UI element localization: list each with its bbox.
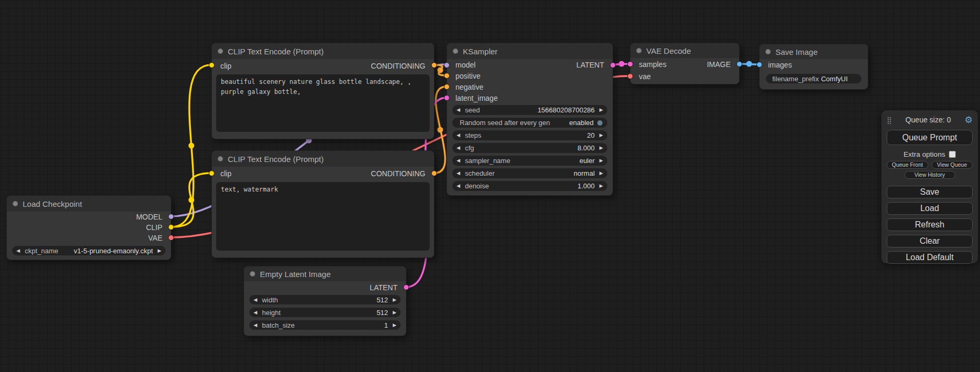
node-save-image[interactable]: Save Image images filename_prefix ComfyU… <box>759 44 868 90</box>
node-title-bar[interactable]: Load Checkpoint <box>7 196 171 212</box>
increment-arrow-icon[interactable]: ▶ <box>599 146 603 150</box>
input-port-model[interactable] <box>444 62 450 68</box>
output-port-image[interactable] <box>736 61 742 67</box>
node-title-bar[interactable]: Empty Latent Image <box>244 266 406 281</box>
increment-arrow-icon[interactable]: ▶ <box>599 171 603 176</box>
decrement-arrow-icon[interactable]: ◀ <box>457 108 460 112</box>
prompt-textarea[interactable]: beautiful scenery nature glass bottle la… <box>216 74 430 132</box>
input-port-positive[interactable] <box>444 73 450 79</box>
node-clip-text-encode-positive[interactable]: CLIP Text Encode (Prompt) clip CONDITION… <box>211 43 434 139</box>
node-title-bar[interactable]: Save Image <box>760 44 868 59</box>
input-port-negative[interactable] <box>444 84 450 90</box>
output-port-clip[interactable] <box>168 224 174 230</box>
output-port-model[interactable] <box>168 214 174 220</box>
widget-label: width <box>262 296 278 304</box>
input-port-vae[interactable] <box>627 73 633 79</box>
input-port-samples[interactable] <box>627 61 633 67</box>
settings-gear-icon[interactable]: ⚙ <box>965 116 973 125</box>
collapse-toggle-icon[interactable] <box>453 49 458 54</box>
input-slot-clip: clip <box>220 169 231 178</box>
decrement-arrow-icon[interactable]: ◀ <box>16 249 20 253</box>
node-title-bar[interactable]: KSampler <box>447 43 613 59</box>
output-port-latent[interactable] <box>610 62 616 68</box>
decrement-arrow-icon[interactable]: ◀ <box>457 158 460 163</box>
collapse-toggle-icon[interactable] <box>250 271 255 276</box>
increment-arrow-icon[interactable]: ▶ <box>393 310 396 315</box>
widget-sampler-name[interactable]: ◀ sampler_name euler ▶ <box>452 156 607 166</box>
increment-arrow-icon[interactable]: ▶ <box>599 184 603 188</box>
load-button[interactable]: Load <box>887 202 973 215</box>
decrement-arrow-icon[interactable]: ◀ <box>457 184 460 188</box>
decrement-arrow-icon[interactable]: ◀ <box>254 323 257 328</box>
widget-width[interactable]: ◀ width 512 ▶ <box>249 295 401 304</box>
graph-canvas[interactable]: Load Checkpoint MODEL CLIP VAE ◀ ckpt_na… <box>0 0 980 372</box>
decrement-arrow-icon[interactable]: ◀ <box>457 146 460 150</box>
widget-batch-size[interactable]: ◀ batch_size 1 ▶ <box>249 320 401 330</box>
widget-height[interactable]: ◀ height 512 ▶ <box>249 308 401 317</box>
output-slot-clip: CLIP <box>146 223 162 232</box>
decrement-arrow-icon[interactable]: ◀ <box>254 298 257 302</box>
output-slot-latent: LATENT <box>370 283 397 292</box>
clear-button[interactable]: Clear <box>887 235 973 247</box>
node-title-bar[interactable]: VAE Decode <box>630 43 739 58</box>
decrement-arrow-icon[interactable]: ◀ <box>457 133 460 138</box>
widget-filename-prefix[interactable]: filename_prefix ComfyUI <box>766 74 861 83</box>
widget-scheduler[interactable]: ◀ scheduler normal ▶ <box>452 168 607 178</box>
widget-denoise[interactable]: ◀ denoise 1.000 ▶ <box>452 181 607 191</box>
decrement-arrow-icon[interactable]: ◀ <box>457 171 460 176</box>
widget-label: filename_prefix <box>772 75 819 83</box>
output-port-latent[interactable] <box>403 284 409 290</box>
output-port-conditioning[interactable] <box>431 170 437 176</box>
random-seed-toggle[interactable] <box>597 120 603 126</box>
collapse-toggle-icon[interactable] <box>636 48 642 53</box>
widget-ckpt-name[interactable]: ◀ ckpt_name v1-5-pruned-emaonly.ckpt ▶ <box>12 246 166 255</box>
input-port-clip[interactable] <box>209 170 215 176</box>
widget-value: 512 <box>280 309 388 317</box>
node-title: Empty Latent Image <box>260 270 331 279</box>
output-port-conditioning[interactable] <box>431 62 437 68</box>
refresh-button[interactable]: Refresh <box>887 218 973 231</box>
node-title-bar[interactable]: CLIP Text Encode (Prompt) <box>212 151 434 167</box>
queue-prompt-button[interactable]: Queue Prompt <box>887 130 973 145</box>
collapse-toggle-icon[interactable] <box>13 201 18 206</box>
increment-arrow-icon[interactable]: ▶ <box>393 298 396 302</box>
increment-arrow-icon[interactable]: ▶ <box>393 323 396 328</box>
decrement-arrow-icon[interactable]: ◀ <box>254 310 257 315</box>
panel-drag-handle-icon[interactable]: ⣿ <box>887 116 892 124</box>
increment-arrow-icon[interactable]: ▶ <box>599 158 603 163</box>
wire-image-midpoint <box>746 61 752 67</box>
node-title: CLIP Text Encode (Prompt) <box>228 155 324 164</box>
widget-seed[interactable]: ◀ seed 156680208700286 ▶ <box>452 105 607 115</box>
output-port-vae[interactable] <box>168 235 174 241</box>
load-default-button[interactable]: Load Default <box>887 251 973 264</box>
increment-arrow-icon[interactable]: ▶ <box>599 133 603 138</box>
input-port-latent-image[interactable] <box>444 95 450 101</box>
node-load-checkpoint[interactable]: Load Checkpoint MODEL CLIP VAE ◀ ckpt_na… <box>6 195 171 260</box>
wire-latent-midpoint <box>619 61 625 67</box>
prompt-textarea[interactable]: text, watermark <box>216 182 430 251</box>
increment-arrow-icon[interactable]: ▶ <box>599 108 603 112</box>
collapse-toggle-icon[interactable] <box>218 156 223 161</box>
save-button[interactable]: Save <box>887 186 973 198</box>
queue-front-button[interactable]: Queue Front <box>887 161 928 169</box>
node-clip-text-encode-negative[interactable]: CLIP Text Encode (Prompt) clip CONDITION… <box>211 150 434 258</box>
node-title: Save Image <box>775 47 818 56</box>
collapse-toggle-icon[interactable] <box>218 49 223 54</box>
view-history-button[interactable]: View History <box>905 171 955 179</box>
collapse-toggle-icon[interactable] <box>765 49 771 54</box>
view-queue-button[interactable]: View Queue <box>932 161 973 169</box>
extra-options-checkbox[interactable] <box>949 151 956 158</box>
input-port-images[interactable] <box>756 62 762 68</box>
node-ksampler[interactable]: KSampler model LATENT positive negative … <box>447 43 613 196</box>
widget-random-seed[interactable]: Random seed after every gen enabled <box>452 118 607 128</box>
node-empty-latent-image[interactable]: Empty Latent Image LATENT ◀ width 512 ▶ … <box>244 266 406 336</box>
node-title-bar[interactable]: CLIP Text Encode (Prompt) <box>212 43 434 59</box>
widget-cfg[interactable]: ◀ cfg 8.000 ▶ <box>452 143 607 153</box>
widget-label: ckpt_name <box>25 247 59 255</box>
input-port-clip[interactable] <box>209 62 215 68</box>
node-vae-decode[interactable]: VAE Decode samples IMAGE vae <box>630 43 740 84</box>
widget-label: cfg <box>465 144 474 152</box>
output-slot-model: MODEL <box>136 213 162 221</box>
increment-arrow-icon[interactable]: ▶ <box>158 249 161 253</box>
widget-steps[interactable]: ◀ steps 20 ▶ <box>452 130 607 140</box>
